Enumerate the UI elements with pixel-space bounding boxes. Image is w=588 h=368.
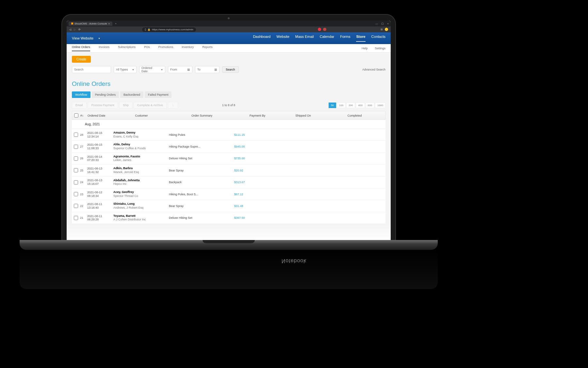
row-payment[interactable]: $67.12 (234, 193, 280, 196)
create-button[interactable]: Create (72, 56, 91, 63)
pagesize-50[interactable]: 50 (329, 103, 336, 108)
pagesize-200[interactable]: 200 (346, 103, 355, 108)
laptop-frame: ShoutCMS - Admin Console × + — ▢ × ◁ ▷ ⟳… (62, 15, 395, 243)
row-date: 2021-08-1106:29:28 (87, 215, 113, 222)
tab-failed-payment[interactable]: Failed Payment (145, 91, 172, 98)
nav-calendar[interactable]: Calendar (320, 35, 335, 42)
maximize-icon[interactable]: ▢ (381, 22, 384, 25)
browser-tab[interactable]: ShoutCMS - Admin Console × (69, 22, 112, 26)
pagesize-100[interactable]: 100 (337, 103, 346, 108)
from-date[interactable]: From ▦ (168, 66, 192, 73)
view-website-link[interactable]: View Website (72, 36, 93, 40)
profile-icon[interactable] (385, 28, 388, 31)
reload-icon[interactable]: ⟳ (78, 28, 81, 31)
nav-forms[interactable]: Forms (340, 35, 350, 42)
extension-icon-2[interactable] (323, 28, 326, 31)
table-row[interactable]: 212021-08-1106:29:28Toyama, BarrettA J C… (72, 212, 385, 224)
type-select[interactable]: All Types ▼ (114, 66, 137, 73)
col-customer[interactable]: Customer (114, 114, 169, 117)
pagesize-1600[interactable]: 1600 (375, 103, 385, 108)
search-input[interactable] (72, 66, 111, 73)
table-row[interactable]: 252021-08-1316:41:32Adkin, BarbraWanek, … (72, 165, 385, 176)
action-complete-archive[interactable]: Complete & Archive (134, 102, 167, 108)
laptop-brand: Notebook (282, 258, 307, 264)
row-checkbox[interactable] (74, 204, 78, 208)
nav-website[interactable]: Website (276, 35, 289, 42)
nav-mass-email[interactable]: Mass Email (295, 35, 314, 42)
row-checkbox[interactable] (74, 180, 78, 184)
new-tab-button[interactable]: + (114, 22, 118, 25)
extension-icon-1[interactable] (318, 28, 321, 31)
nav-dashboard[interactable]: Dashboard (253, 35, 270, 42)
row-payment[interactable]: $313.67 (234, 181, 280, 184)
action-email[interactable]: Email (72, 102, 87, 108)
action-process-payment[interactable]: Process Payment (88, 102, 118, 108)
col-payment[interactable]: Payment By (235, 114, 280, 117)
nav-store[interactable]: Store (356, 35, 365, 42)
lock-icon: 🔒 (147, 28, 151, 31)
subnav-subscriptions[interactable]: Subscriptions (118, 45, 136, 51)
row-payment[interactable]: $367.50 (234, 216, 280, 219)
calendar-icon: ▦ (187, 68, 190, 71)
close-window-icon[interactable]: × (387, 22, 389, 25)
row-checkbox[interactable] (74, 156, 78, 161)
subnav-invoices[interactable]: Invoices (99, 45, 109, 51)
screen: ShoutCMS - Admin Console × + — ▢ × ◁ ▷ ⟳… (67, 21, 391, 243)
app-header: View Website ▼ DashboardWebsiteMass Emai… (67, 32, 391, 44)
row-checkbox[interactable] (74, 192, 78, 196)
extensions-icon[interactable]: ⊞ (381, 28, 383, 31)
col-shipped[interactable]: Shipped On (280, 114, 326, 117)
subnav-settings[interactable]: Settings (375, 47, 385, 50)
tab-backordered[interactable]: Backordered (120, 91, 143, 98)
pagesize-800[interactable]: 800 (366, 103, 374, 108)
table-row[interactable]: 272021-08-1511:08:33Ahle, DelmySuperior … (72, 141, 385, 152)
datefield-label: Ordered Date (141, 66, 159, 73)
row-checkbox[interactable] (74, 133, 78, 137)
nav-contacts[interactable]: Contacts (371, 35, 385, 42)
row-payment[interactable]: $20.92 (234, 169, 280, 172)
col-ordered-date[interactable]: Ordered Date (88, 114, 114, 117)
subnav-pos[interactable]: POs (144, 45, 150, 51)
table-row[interactable]: 282021-08-1612:34:14Amazon, DennyEvans, … (72, 129, 385, 141)
col-completed[interactable]: Completed (326, 114, 383, 117)
table-row[interactable]: 222021-08-1113:16:40Shintaku, LongAndrew… (72, 200, 385, 212)
row-payment[interactable]: $735.00 (234, 157, 280, 160)
subnav-online-orders[interactable]: Online Orders (72, 45, 90, 51)
tab-pending-orders[interactable]: Pending Orders (92, 91, 119, 98)
minimize-icon[interactable]: — (375, 22, 378, 25)
bookmark-icon[interactable]: ▯ (145, 28, 146, 31)
row-date: 2021-08-1316:41:32 (87, 167, 113, 174)
row-payment[interactable]: $111.15 (234, 133, 280, 136)
subnav-inventory[interactable]: Inventory (182, 45, 194, 51)
table-row[interactable]: 242021-08-1315:16:07Abdallah, JohnettaHe… (72, 177, 385, 188)
camera-dot (228, 17, 230, 19)
chevron-down-icon[interactable]: ▼ (98, 37, 100, 40)
datefield-select[interactable]: Ordered Date ▼ (139, 66, 165, 73)
row-payment[interactable]: $31.48 (234, 204, 280, 208)
action-row: EmailProcess PaymentShipComplete & Archi… (72, 102, 385, 108)
select-all-checkbox[interactable] (74, 113, 78, 118)
tab-workflow[interactable]: Workflow (72, 91, 90, 98)
row-payment[interactable]: $945.00 (234, 145, 280, 148)
search-button[interactable]: Search (222, 66, 239, 73)
url-field[interactable]: ▯ 🔒 https://www.mybusiness.com/admin (142, 27, 196, 32)
row-checkbox[interactable] (74, 145, 78, 149)
action-ship[interactable]: Ship (119, 102, 132, 108)
pagesize-400[interactable]: 400 (356, 103, 365, 108)
action--[interactable]: ⋮ (168, 102, 178, 108)
subnav-reports[interactable]: Reports (202, 45, 213, 51)
row-checkbox[interactable] (74, 216, 78, 220)
row-date: 2021-08-1315:16:07 (87, 179, 113, 186)
subnav-promotions[interactable]: Promotions (158, 45, 173, 51)
back-icon[interactable]: ◁ (69, 28, 71, 31)
close-icon[interactable]: × (108, 22, 110, 25)
col-summary[interactable]: Order Summary (169, 114, 235, 117)
col-num[interactable]: #↕ (80, 114, 88, 117)
table-row[interactable]: 262021-08-1407:20:33Agramonte, FaustoLei… (72, 153, 385, 165)
subnav-help[interactable]: Help (362, 47, 368, 50)
to-date[interactable]: To ▦ (195, 66, 220, 73)
forward-icon[interactable]: ▷ (74, 28, 76, 31)
row-checkbox[interactable] (74, 168, 78, 172)
advanced-search-link[interactable]: Advanced Search (362, 68, 385, 71)
table-row[interactable]: 232021-08-1208:18:34Acey, GeoffreySpecto… (72, 188, 385, 200)
